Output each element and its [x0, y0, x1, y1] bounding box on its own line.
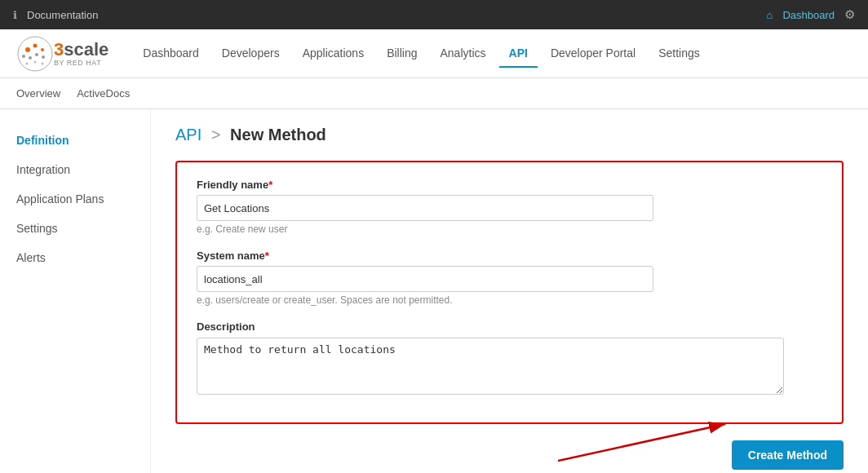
documentation-link[interactable]: Documentation	[27, 9, 98, 21]
description-label: Description	[197, 320, 822, 333]
dashboard-link[interactable]: Dashboard	[782, 9, 835, 21]
svg-point-6	[35, 53, 38, 56]
logo-text: 3scale BY RED HAT	[54, 41, 108, 67]
nav-links: Dashboard Developers Applications Billin…	[133, 40, 852, 68]
system-name-hint: e.g. users/create or create_user. Spaces…	[197, 294, 822, 306]
friendly-name-label: Friendly name*	[197, 179, 822, 191]
sub-nav: Overview ActiveDocs	[0, 78, 868, 109]
nav-analytics[interactable]: Analytics	[431, 40, 496, 68]
logo-area: 3scale BY RED HAT	[16, 35, 108, 73]
info-icon: ℹ	[13, 9, 17, 21]
svg-point-8	[26, 62, 29, 64]
subnav-overview[interactable]: Overview	[16, 81, 60, 106]
logo-icon	[16, 35, 54, 73]
svg-point-10	[42, 62, 44, 64]
description-textarea[interactable]: Method to return all locations	[197, 338, 784, 395]
svg-point-1	[25, 47, 30, 52]
svg-point-5	[29, 56, 32, 60]
breadcrumb-separator: >	[211, 126, 221, 144]
create-method-button[interactable]: Create Method	[732, 440, 844, 470]
friendly-name-group: Friendly name* e.g. Create new user	[197, 179, 822, 235]
main-content: API > New Method Friendly name* e.g. Cre…	[151, 109, 868, 473]
subnav-activedocs[interactable]: ActiveDocs	[77, 81, 130, 106]
sidebar-item-settings[interactable]: Settings	[0, 214, 150, 243]
main-nav: 3scale BY RED HAT Dashboard Developers A…	[0, 29, 868, 78]
sidebar-item-application-plans[interactable]: Application Plans	[0, 184, 150, 214]
sidebar: Definition Integration Application Plans…	[0, 109, 151, 473]
sidebar-item-definition[interactable]: Definition	[0, 126, 150, 155]
logo-byredhat: BY RED HAT	[54, 59, 108, 67]
page-title: API > New Method	[175, 126, 844, 144]
friendly-name-input[interactable]	[197, 195, 653, 221]
system-name-label: System name*	[197, 250, 822, 262]
svg-point-7	[42, 55, 45, 59]
top-bar: ℹ Documentation ⌂ Dashboard ⚙	[0, 0, 868, 29]
svg-point-0	[18, 37, 52, 71]
nav-applications[interactable]: Applications	[293, 40, 374, 68]
top-bar-left: ℹ Documentation	[13, 9, 98, 21]
nav-dashboard[interactable]: Dashboard	[133, 40, 209, 68]
svg-line-12	[558, 424, 725, 461]
friendly-name-hint: e.g. Create new user	[197, 223, 822, 235]
content-area: Definition Integration Application Plans…	[0, 109, 868, 473]
nav-settings[interactable]: Settings	[649, 40, 710, 68]
nav-billing[interactable]: Billing	[377, 40, 427, 68]
system-name-group: System name* e.g. users/create or create…	[197, 250, 822, 306]
top-bar-right: ⌂ Dashboard ⚙	[767, 7, 855, 22]
breadcrumb-api-link[interactable]: API	[175, 126, 202, 144]
nav-developers[interactable]: Developers	[212, 40, 290, 68]
svg-point-2	[33, 43, 38, 47]
nav-developer-portal[interactable]: Developer Portal	[541, 40, 645, 68]
logo-name: 3scale	[54, 41, 108, 59]
nav-api[interactable]: API	[499, 40, 538, 68]
sidebar-item-alerts[interactable]: Alerts	[0, 243, 150, 272]
system-name-input[interactable]	[197, 266, 653, 292]
settings-gear-icon[interactable]: ⚙	[844, 7, 855, 22]
svg-point-3	[41, 48, 44, 51]
red-arrow	[558, 420, 737, 465]
sidebar-item-integration[interactable]: Integration	[0, 155, 150, 184]
new-method-title: New Method	[230, 126, 326, 144]
home-icon: ⌂	[767, 9, 773, 21]
form-box: Friendly name* e.g. Create new user Syst…	[175, 161, 844, 424]
description-group: Description Method to return all locatio…	[197, 320, 822, 395]
svg-point-9	[34, 60, 37, 63]
svg-point-4	[22, 55, 25, 58]
